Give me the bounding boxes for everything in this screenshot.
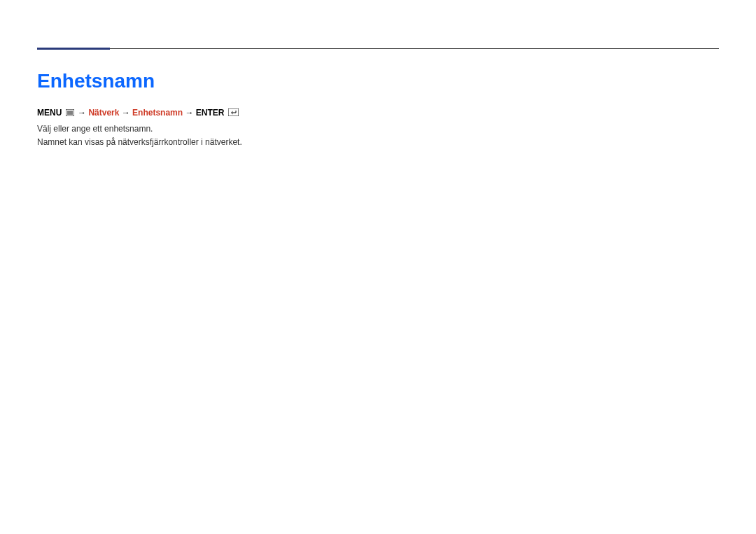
body-text-line-1: Välj eller ange ett enhetsnamn. [37, 122, 153, 135]
header-accent-bar [37, 48, 110, 50]
breadcrumb-path-natverk: Nätverk [88, 108, 119, 118]
header-divider [37, 48, 719, 49]
enter-icon [228, 108, 239, 118]
breadcrumb-menu-label: MENU [37, 108, 62, 118]
breadcrumb-arrow-2: → [122, 108, 130, 118]
body-text-line-2: Namnet kan visas på nätverksfjärrkontrol… [37, 136, 242, 148]
breadcrumb-arrow-1: → [78, 108, 86, 118]
breadcrumb-arrow-3: → [185, 108, 193, 118]
menu-icon [66, 108, 74, 118]
breadcrumb: MENU → Nätverk → Enhetsnamn → ENTER [37, 108, 239, 118]
section-title: Enhetsnamn [37, 70, 155, 92]
breadcrumb-enter-label: ENTER [196, 108, 225, 118]
breadcrumb-path-enhetsnamn: Enhetsnamn [132, 108, 183, 118]
